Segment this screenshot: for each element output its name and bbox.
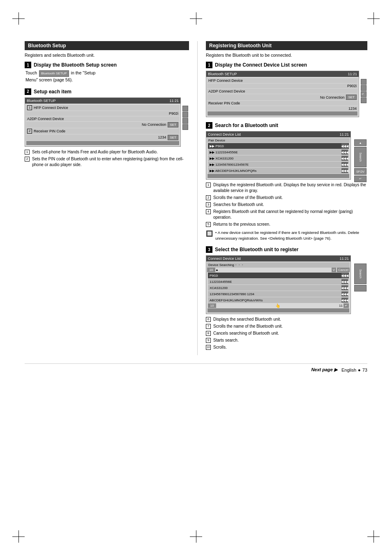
right-s2-bullet-5: 5 Returns to the previous screen.: [206, 222, 367, 227]
right-s3-return-btn[interactable]: ↵: [344, 303, 349, 308]
left-row2-btn: SET: [168, 122, 178, 127]
footer-bullet: ●: [358, 368, 361, 372]
page-footer: Next page ▶ English ● 73: [25, 363, 367, 372]
right-s2-item-0: ▶▶ P902i ◀◀◀: [208, 143, 349, 149]
right-step-3-title: Select the Bluetooth unit to register: [215, 247, 298, 252]
crosshair-top-left: [12, 12, 25, 25]
left-row3-num: 2: [27, 129, 32, 134]
crosshair-top-right: [367, 12, 380, 25]
right-s3-b8-text: Cancels searching of Bluetooth unit.: [213, 331, 279, 336]
right-s1-row1: HFP Connect Device: [207, 78, 358, 83]
right-screen2-time: 11:21: [339, 132, 349, 136]
left-bullet-2-text: Sets the PIN code of Bluetooth unit to e…: [32, 156, 189, 168]
right-step-3: 3 Select the Bluetooth unit to register …: [206, 246, 367, 350]
right-s3-cancel-btn[interactable]: Cancel: [337, 268, 350, 272]
right-s2-item-0-arrow: ◀◀◀: [341, 143, 348, 148]
right-step-2: 2 Search for a Bluetooth unit Connect De…: [206, 122, 367, 241]
right-s3-b6-text: Displays the searched Bluetooth unit.: [213, 317, 281, 322]
right-screen1-mockup: Bluetooth SETUP 11:21 HFP Connect Device…: [206, 71, 359, 117]
left-row3-label: Receiver PIN Code: [34, 129, 178, 133]
right-screen3-body: Device Searching・・・ 10 ▲ V Cancel: [206, 261, 350, 314]
left-screen-side-icons: [182, 106, 188, 130]
right-s3-bottom-btns: 11 ↵: [339, 303, 349, 308]
right-s1-row2-value: No Connection: [320, 95, 345, 99]
right-s2-b1-text: Displays the registered Bluetooth unit. …: [213, 182, 367, 194]
left-icon-3: [182, 118, 188, 124]
left-row2-value: No Connection: [142, 123, 166, 127]
footer-lang: English: [341, 368, 356, 372]
right-step-1-title-row: 1 Display the Connect Device List screen: [206, 62, 367, 68]
right-s3-left-num: 10: [207, 268, 215, 272]
right-s1-row2b: No Connection SET: [207, 94, 358, 100]
left-step-2-num: 2: [25, 88, 31, 95]
left-bullet-2-num: 2: [25, 157, 30, 162]
right-s3-item-3-text: 12345678901234567890 1234: [209, 292, 341, 296]
right-screen2-wrapper: Connect Device List 11:21 Pair Device ▶▶…: [206, 131, 351, 180]
right-s2-item-4-text: ▶▶ ABCDEFGHIJKLMNOPQRs: [209, 169, 341, 173]
left-bullet-list: 1 Sets cell-phone for Hands Free and Aud…: [25, 149, 189, 168]
left-step-1: 1 Display the Bluetooth Setup screen Tou…: [25, 62, 189, 83]
right-s2-item-3-arrow: ◀◀◀: [341, 162, 348, 167]
right-screen1-time: 11:21: [348, 72, 357, 76]
right-screen3-wrapper: Connect Device List 11:21 Device Searchi…: [206, 255, 351, 314]
right-s2-search-btn[interactable]: Search: [354, 147, 367, 167]
right-screen1-icons: ↵: [361, 79, 367, 103]
right-s1-row1-value: P902i: [347, 84, 357, 88]
right-step-1: 1 Display the Connect Device List screen…: [206, 62, 367, 117]
left-section-header: Bluetooth Setup: [25, 41, 189, 50]
right-s2-footer: [208, 174, 349, 178]
right-s1-row2-label: A2DP Connect Device: [208, 89, 357, 93]
right-s2-item-3-text: ▶▶ 12345678901234567E: [209, 163, 341, 166]
right-screen2-mockup: Connect Device List 11:21 Pair Device ▶▶…: [206, 131, 351, 180]
right-s3-row-top: 10 ▲ V Cancel: [207, 268, 350, 272]
page: Bluetooth Setup Registers and selects Bl…: [0, 0, 392, 555]
right-s3-b7-num: 7: [206, 324, 211, 329]
right-s1-row1b: P902i: [207, 83, 358, 88]
right-s1-icon-1: [361, 79, 367, 85]
right-s3-item-3: 12345678901234567890 1234 ◀◀◀: [208, 291, 349, 297]
right-s2-side-1: ▲: [354, 139, 367, 146]
right-s1-row1-label: HFP Connect Device: [208, 79, 357, 83]
right-s2-item-4: ▶▶ ABCDEFGHIJKLMNOPQRs ◀◀◀: [208, 168, 349, 173]
right-s1-row3-value: 1234: [348, 106, 357, 111]
right-s3-item-2: XCAS31200 ◀◀◀: [208, 285, 349, 291]
left-step-1-title: Display the Bluetooth Setup screen: [34, 62, 117, 68]
left-step-1-body: Touch Bluetooth SETUP in the "Setup Menu…: [25, 70, 189, 83]
left-screen-header: Bluetooth SETUP 11:21: [25, 98, 180, 104]
right-s2-b2-text: Scrolls the name of the Bluetooth unit.: [213, 195, 283, 201]
left-section-title: Bluetooth Setup: [28, 43, 66, 49]
right-s3-bullet-7: 7 Scrolls the name of the Bluetooth unit…: [206, 324, 367, 329]
left-row3-btn: SET: [168, 135, 178, 140]
right-s1-row2: A2DP Connect Device: [207, 89, 358, 94]
right-s3-bullet-10: 10 Scrolls.: [206, 345, 367, 350]
right-s3-item-4-text: ABCDEFGHIJKLMNOPQRstuVWXs: [209, 298, 341, 302]
left-step-1-num: 1: [25, 62, 31, 68]
right-step-1-title: Display the Connect Device List screen: [215, 62, 307, 68]
left-screen-row-3: 2 Receiver PIN Code: [26, 128, 180, 134]
left-column: Bluetooth Setup Registers and selects Bl…: [25, 41, 189, 355]
next-page-label: Next page ▶: [25, 367, 341, 372]
right-step3-bullets: 6 Displays the searched Bluetooth unit. …: [206, 317, 367, 350]
right-s1-icon-2: [361, 85, 367, 91]
right-s2-side-3: ↵: [354, 176, 367, 182]
right-s2-bullet-3: 3 Searches for Bluetooth unit.: [206, 202, 367, 208]
right-section-subtitle: Registers the Bluetooth unit to be conne…: [206, 53, 367, 58]
right-s3-b7-text: Scrolls the name of the Bluetooth unit.: [213, 324, 283, 329]
right-screen2-body: Pair Device ▶▶ P902i ◀◀◀ ▶▶ 11223344556E…: [206, 137, 350, 179]
right-s1-icon-3: ↵: [361, 91, 367, 97]
right-s3-search-btn[interactable]: Search: [354, 264, 367, 284]
right-s1-row3b: 1234: [207, 106, 358, 111]
right-s3-item-1: 11223344556E ◀◀◀: [208, 279, 349, 284]
right-s2-pair-label: Pair Device: [207, 138, 350, 143]
right-s2-item-1: ▶▶ 11223344556E ◀◀◀: [208, 149, 349, 155]
right-s3-v-btn: V: [332, 268, 336, 272]
right-s2-side-2: SP.DV: [354, 168, 367, 175]
right-step-1-num: 1: [206, 62, 212, 68]
right-s3-bullet-8: 8 Cancels searching of Bluetooth unit.: [206, 331, 367, 336]
right-s2-b3-num: 3: [206, 202, 211, 207]
right-column: Registering Bluetooth Unit Registers the…: [206, 41, 367, 355]
right-screen2-side: ▲ Search SP.DV ↵: [354, 139, 367, 182]
right-step-2-num: 2: [206, 122, 212, 129]
right-s3-bottom-row: 10 👆 11 ↵: [208, 303, 349, 308]
right-s2-b2-num: 2: [206, 195, 211, 200]
